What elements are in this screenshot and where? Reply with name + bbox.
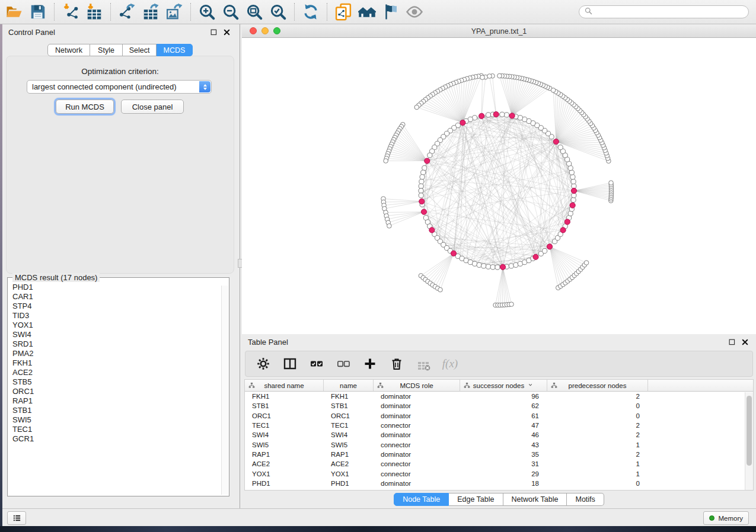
table-row[interactable]: SWI5SWI5connector431 <box>245 440 753 449</box>
mcds-result-item[interactable]: STB1 <box>12 406 221 415</box>
panel-split-divider[interactable] <box>238 24 242 508</box>
mcds-result-item[interactable]: GCR1 <box>12 434 221 444</box>
import-network-button[interactable] <box>59 2 82 22</box>
table-row[interactable]: TEC1TEC1connector472 <box>245 421 753 430</box>
deselect-all-button[interactable] <box>335 355 352 372</box>
float-panel-icon[interactable] <box>210 28 218 36</box>
column-header-MCDS-role[interactable]: MCDS role <box>374 380 460 391</box>
tab-select[interactable]: Select <box>123 44 157 56</box>
close-panel-icon[interactable] <box>741 338 749 346</box>
cell: YOX1 <box>245 470 324 477</box>
cell: 0 <box>547 480 648 487</box>
show-panels-button[interactable] <box>7 511 26 525</box>
tab-network-table[interactable]: Network Table <box>503 493 567 506</box>
table-scrollbar[interactable] <box>745 392 753 490</box>
column-type-icon <box>551 382 557 389</box>
delete-row-button[interactable] <box>388 355 405 372</box>
search-input[interactable] <box>596 7 744 17</box>
tab-network[interactable]: Network <box>47 44 90 56</box>
search-box[interactable] <box>579 5 749 18</box>
cell: ACE2 <box>245 460 324 467</box>
settings-button[interactable] <box>255 355 272 372</box>
table-row[interactable]: YOX1YOX1connector291 <box>245 469 753 478</box>
mcds-result-item[interactable]: PHD1 <box>12 283 221 292</box>
float-panel-icon[interactable] <box>728 338 736 346</box>
zoom-out-button[interactable] <box>219 2 243 22</box>
network-graph[interactable] <box>242 38 756 334</box>
import-table-button[interactable] <box>82 2 106 22</box>
mcds-result-item[interactable]: YOX1 <box>12 321 221 330</box>
table-row[interactable]: STB1STB1dominator620 <box>245 401 753 411</box>
cell: 46 <box>460 431 547 438</box>
export-image-button[interactable] <box>162 2 186 22</box>
split-panel-button[interactable] <box>282 355 298 372</box>
column-header-predecessor-nodes[interactable]: predecessor nodes <box>547 380 648 391</box>
main-toolbar <box>0 0 756 24</box>
export-network-button[interactable] <box>115 2 139 22</box>
select-all-button[interactable] <box>308 355 325 372</box>
control-panel: Control Panel NetworkStyleSelectMCDS Opt… <box>2 24 238 508</box>
export-table-button[interactable] <box>139 2 162 22</box>
mcds-result-item[interactable]: PMA2 <box>12 349 221 358</box>
desktop-wallpaper-bottom <box>0 526 756 532</box>
table-row[interactable]: ORC1ORC1dominator610 <box>245 411 753 421</box>
mcds-result-item[interactable]: SRD1 <box>12 339 221 349</box>
save-session-button[interactable] <box>26 2 50 22</box>
tab-mcds[interactable]: MCDS <box>157 44 193 56</box>
zoom-fit-button[interactable] <box>243 2 266 22</box>
apply-layout-button[interactable] <box>299 2 323 22</box>
run-mcds-button[interactable]: Run MCDS <box>56 100 114 114</box>
column-header-successor-nodes[interactable]: successor nodes <box>460 380 547 391</box>
table-row[interactable]: FKH1FKH1dominator962 <box>245 392 753 401</box>
zoom-in-button[interactable] <box>195 2 219 22</box>
open-session-button[interactable] <box>2 2 26 22</box>
cell: TEC1 <box>245 422 324 429</box>
add-row-button[interactable] <box>362 355 378 372</box>
network-window-titlebar[interactable]: YPA_prune.txt_1 <box>242 24 756 38</box>
table-scrollbar-thumb[interactable] <box>747 396 752 466</box>
search-icon <box>584 7 593 18</box>
mcds-result-item[interactable]: ACE2 <box>12 368 221 377</box>
table-row[interactable]: SWI4SWI4dominator462 <box>245 430 753 440</box>
column-header-shared-name[interactable]: shared name <box>245 380 324 391</box>
cell: dominator <box>374 480 460 487</box>
tab-node-table[interactable]: Node Table <box>394 493 449 506</box>
clone-network-button[interactable] <box>331 2 355 22</box>
mcds-result-item[interactable]: FKH1 <box>12 358 221 368</box>
table-row[interactable]: ACE2ACE2connector311 <box>245 459 753 469</box>
cell: ORC1 <box>245 412 324 419</box>
table-row[interactable]: RAP1RAP1dominator352 <box>245 450 753 459</box>
mcds-result-item[interactable]: RAP1 <box>12 396 221 406</box>
network-canvas[interactable] <box>242 38 756 334</box>
cell: dominator <box>374 431 460 438</box>
result-scrollbar[interactable] <box>221 286 228 495</box>
mcds-result-item[interactable]: SWI4 <box>12 330 221 339</box>
table-row[interactable]: PHD1PHD1dominator180 <box>245 479 753 488</box>
network-title: YPA_prune.txt_1 <box>242 24 756 38</box>
toolbar-separator <box>110 3 111 21</box>
close-panel-button[interactable]: Close panel <box>121 100 184 114</box>
column-header-name[interactable]: name <box>324 380 374 391</box>
table-tabs: Node TableEdge TableNetwork TableMotifs <box>242 493 756 506</box>
optimization-criterion-select[interactable]: largest connected component (undirected) <box>27 80 212 94</box>
mcds-result-item[interactable]: STP4 <box>12 302 221 311</box>
mcds-result-item[interactable]: SWI5 <box>12 415 221 425</box>
cell: connector <box>374 460 460 467</box>
tab-style[interactable]: Style <box>90 44 123 56</box>
graphics-details-button[interactable] <box>379 2 403 22</box>
first-neighbors-button[interactable] <box>355 2 379 22</box>
mcds-result-item[interactable]: TEC1 <box>12 425 221 434</box>
cell: connector <box>374 422 460 429</box>
mcds-result-item[interactable]: ORC1 <box>12 387 221 396</box>
tab-edge-table[interactable]: Edge Table <box>449 493 503 506</box>
tab-motifs[interactable]: Motifs <box>567 493 604 506</box>
column-type-icon <box>464 382 470 389</box>
close-panel-icon[interactable] <box>223 28 231 36</box>
network-view-window: YPA_prune.txt_1 <box>242 24 756 334</box>
node-table: shared namenameMCDS rolesuccessor nodesp… <box>244 379 754 491</box>
zoom-selected-button[interactable] <box>266 2 290 22</box>
mcds-result-item[interactable]: TID3 <box>12 311 221 321</box>
mcds-result-item[interactable]: CAR1 <box>12 292 221 302</box>
mcds-result-item[interactable]: STB5 <box>12 377 221 387</box>
memory-button[interactable]: Memory <box>703 511 749 525</box>
